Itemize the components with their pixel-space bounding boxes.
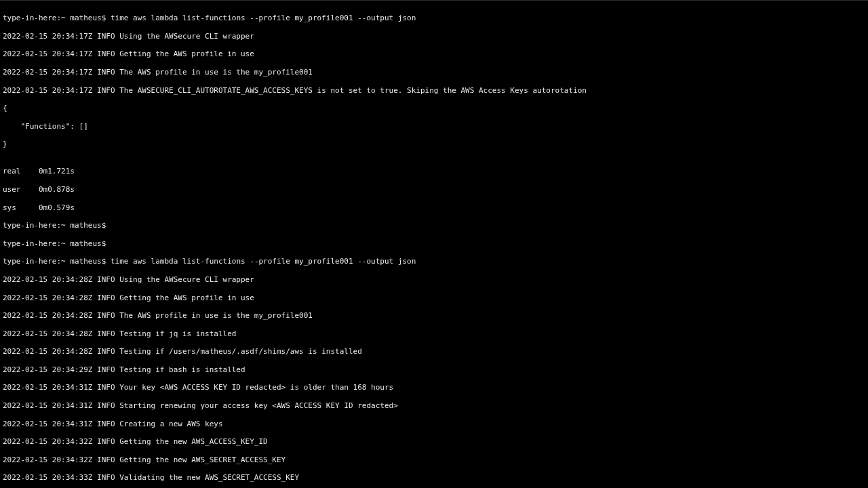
timing-real: real 0m1.721s xyxy=(3,167,865,176)
log-line: 2022-02-15 20:34:31Z INFO Creating a new… xyxy=(3,420,865,428)
log-line: 2022-02-15 20:34:32Z INFO Getting the ne… xyxy=(3,455,865,464)
json-output-close: } xyxy=(3,140,865,148)
log-line: 2022-02-15 20:34:32Z INFO Getting the ne… xyxy=(3,437,865,446)
log-line: 2022-02-15 20:34:33Z INFO Validating the… xyxy=(3,473,865,482)
log-line: 2022-02-15 20:34:17Z INFO The AWSECURE_C… xyxy=(3,86,865,95)
typed-command: time aws lambda list-functions --profile… xyxy=(111,257,416,266)
log-line: 2022-02-15 20:34:28Z INFO The AWS profil… xyxy=(3,311,865,320)
log-line: 2022-02-15 20:34:28Z INFO Getting the AW… xyxy=(3,293,865,302)
log-line: 2022-02-15 20:34:17Z INFO Getting the AW… xyxy=(3,49,865,58)
log-line: 2022-02-15 20:34:28Z INFO Testing if jq … xyxy=(3,329,865,338)
json-output-open: { xyxy=(3,104,865,113)
log-line: 2022-02-15 20:34:28Z INFO Testing if /us… xyxy=(3,347,865,356)
log-line: 2022-02-15 20:34:17Z INFO The AWS profil… xyxy=(3,68,865,77)
prompt-line: type-in-here:~ matheus$ time aws lambda … xyxy=(3,14,865,22)
shell-prompt: type-in-here:~ matheus$ xyxy=(3,257,106,266)
log-line: 2022-02-15 20:34:31Z INFO Your key <AWS … xyxy=(3,383,865,392)
typed-command: time aws lambda list-functions --profile… xyxy=(111,14,416,22)
log-line: 2022-02-15 20:34:31Z INFO Starting renew… xyxy=(3,401,865,410)
prompt-line: type-in-here:~ matheus$ xyxy=(3,221,865,230)
json-output-functions: "Functions": [] xyxy=(3,122,865,131)
timing-sys: sys 0m0.579s xyxy=(3,203,865,212)
log-line: 2022-02-15 20:34:17Z INFO Using the AWSe… xyxy=(3,32,865,41)
terminal-window[interactable]: type-in-here:~ matheus$ time aws lambda … xyxy=(0,0,868,488)
prompt-line: type-in-here:~ matheus$ xyxy=(3,239,865,248)
prompt-line: type-in-here:~ matheus$ time aws lambda … xyxy=(3,257,865,266)
shell-prompt: type-in-here:~ matheus$ xyxy=(3,14,106,22)
log-line: 2022-02-15 20:34:29Z INFO Testing if bas… xyxy=(3,365,865,374)
timing-user: user 0m0.878s xyxy=(3,185,865,194)
log-line: 2022-02-15 20:34:28Z INFO Using the AWSe… xyxy=(3,275,865,284)
